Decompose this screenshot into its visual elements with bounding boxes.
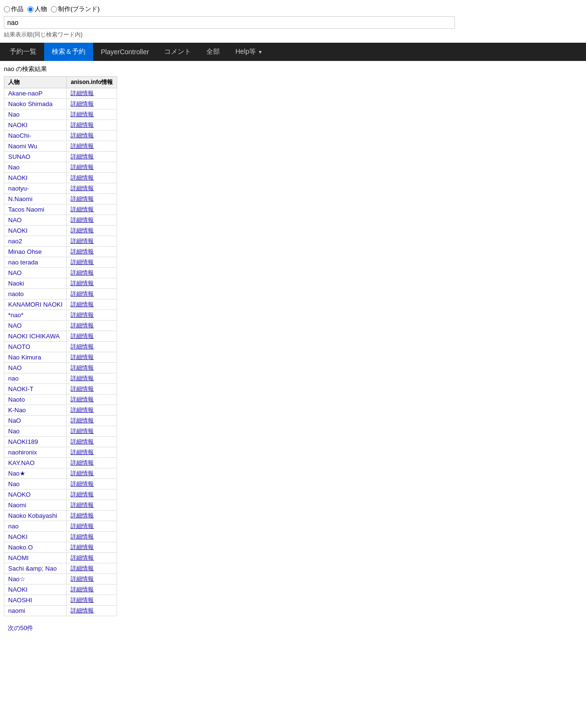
person-name-link[interactable]: naotyu- bbox=[8, 185, 29, 192]
detail-link[interactable]: 詳細情報 bbox=[71, 480, 94, 487]
search-input[interactable]: nao bbox=[4, 16, 455, 29]
person-name-link[interactable]: NAO bbox=[8, 322, 22, 329]
detail-link[interactable]: 詳細情報 bbox=[71, 195, 94, 202]
person-name-link[interactable]: NAOKI bbox=[8, 533, 27, 540]
detail-link[interactable]: 詳細情報 bbox=[71, 174, 94, 181]
nav-search-reserve[interactable]: 検索＆予約 bbox=[44, 43, 93, 61]
radio-label-person[interactable]: 人物 bbox=[27, 5, 47, 13]
person-name-link[interactable]: Akane-naoP bbox=[8, 90, 43, 97]
next-page-link[interactable]: 次の50件 bbox=[8, 624, 578, 633]
detail-link[interactable]: 詳細情報 bbox=[71, 143, 94, 149]
person-name-link[interactable]: NaO bbox=[8, 417, 21, 424]
person-name-link[interactable]: NAO bbox=[8, 364, 22, 371]
detail-link[interactable]: 詳細情報 bbox=[71, 132, 94, 139]
person-name-link[interactable]: NAOMI bbox=[8, 554, 29, 561]
detail-link[interactable]: 詳細情報 bbox=[71, 565, 94, 572]
detail-link[interactable]: 詳細情報 bbox=[71, 216, 94, 223]
detail-link[interactable]: 詳細情報 bbox=[71, 280, 94, 286]
detail-link[interactable]: 詳細情報 bbox=[71, 364, 94, 371]
detail-link[interactable]: 詳細情報 bbox=[71, 111, 94, 118]
person-name-link[interactable]: Nao bbox=[8, 428, 20, 435]
person-name-link[interactable]: Naoko.O bbox=[8, 544, 33, 551]
person-name-link[interactable]: NAO bbox=[8, 216, 22, 224]
detail-link[interactable]: 詳細情報 bbox=[71, 607, 94, 614]
nav-all[interactable]: 全部 bbox=[199, 43, 227, 61]
detail-link[interactable]: 詳細情報 bbox=[71, 301, 94, 308]
person-name-link[interactable]: Minao Ohse bbox=[8, 248, 42, 255]
detail-link[interactable]: 詳細情報 bbox=[71, 322, 94, 329]
person-name-link[interactable]: NAOKI bbox=[8, 174, 27, 181]
detail-link[interactable]: 詳細情報 bbox=[71, 459, 94, 466]
person-name-link[interactable]: Naomi Wu bbox=[8, 143, 37, 150]
detail-link[interactable]: 詳細情報 bbox=[71, 449, 94, 455]
detail-link[interactable]: 詳細情報 bbox=[71, 354, 94, 360]
detail-link[interactable]: 詳細情報 bbox=[71, 259, 94, 265]
person-name-link[interactable]: Nao bbox=[8, 164, 20, 171]
detail-link[interactable]: 詳細情報 bbox=[71, 333, 94, 339]
person-name-link[interactable]: NAOSHI bbox=[8, 597, 32, 604]
person-name-link[interactable]: NAO bbox=[8, 269, 22, 276]
person-name-link[interactable]: NaoChi- bbox=[8, 132, 31, 139]
person-name-link[interactable]: Sachi &amp; Nao bbox=[8, 565, 57, 572]
nav-reserve-list[interactable]: 予約一覧 bbox=[2, 43, 44, 61]
nav-player-controller[interactable]: PlayerController bbox=[93, 43, 156, 61]
person-name-link[interactable]: Nao Kimura bbox=[8, 354, 41, 361]
detail-link[interactable]: 詳細情報 bbox=[71, 385, 94, 392]
detail-link[interactable]: 詳細情報 bbox=[71, 523, 94, 529]
detail-link[interactable]: 詳細情報 bbox=[71, 438, 94, 445]
detail-link[interactable]: 詳細情報 bbox=[71, 100, 94, 107]
detail-link[interactable]: 詳細情報 bbox=[71, 311, 94, 318]
person-name-link[interactable]: SUNAO bbox=[8, 153, 30, 160]
person-name-link[interactable]: naomi bbox=[8, 607, 25, 614]
detail-link[interactable]: 詳細情報 bbox=[71, 227, 94, 234]
detail-link[interactable]: 詳細情報 bbox=[71, 470, 94, 477]
detail-link[interactable]: 詳細情報 bbox=[71, 90, 94, 96]
person-name-link[interactable]: Naoko Shimada bbox=[8, 100, 53, 107]
detail-link[interactable]: 詳細情報 bbox=[71, 544, 94, 550]
person-name-link[interactable]: NAOKO bbox=[8, 491, 31, 498]
detail-link[interactable]: 詳細情報 bbox=[71, 501, 94, 508]
detail-link[interactable]: 詳細情報 bbox=[71, 533, 94, 540]
detail-link[interactable]: 詳細情報 bbox=[71, 153, 94, 160]
person-name-link[interactable]: Naoto bbox=[8, 396, 25, 403]
nav-help[interactable]: Help等 ▼ bbox=[227, 43, 270, 61]
person-name-link[interactable]: Tacos Naomi bbox=[8, 206, 44, 213]
radio-brand[interactable] bbox=[51, 6, 57, 12]
detail-link[interactable]: 詳細情報 bbox=[71, 597, 94, 603]
person-name-link[interactable]: Naoko Kobayashi bbox=[8, 512, 57, 519]
detail-link[interactable]: 詳細情報 bbox=[71, 343, 94, 350]
person-name-link[interactable]: NAOKI ICHIKAWA bbox=[8, 333, 60, 340]
person-name-link[interactable]: NAOTO bbox=[8, 343, 30, 350]
person-name-link[interactable]: Nao bbox=[8, 111, 20, 118]
person-name-link[interactable]: Nao bbox=[8, 480, 20, 488]
nav-comment[interactable]: コメント bbox=[156, 43, 199, 61]
detail-link[interactable]: 詳細情報 bbox=[71, 428, 94, 434]
detail-link[interactable]: 詳細情報 bbox=[71, 575, 94, 582]
person-name-link[interactable]: K-Nao bbox=[8, 406, 26, 414]
detail-link[interactable]: 詳細情報 bbox=[71, 554, 94, 561]
person-name-link[interactable]: Naoki bbox=[8, 280, 24, 287]
detail-link[interactable]: 詳細情報 bbox=[71, 121, 94, 128]
person-name-link[interactable]: NAOKI189 bbox=[8, 438, 38, 445]
person-name-link[interactable]: NAOKI bbox=[8, 227, 27, 234]
detail-link[interactable]: 詳細情報 bbox=[71, 238, 94, 244]
detail-link[interactable]: 詳細情報 bbox=[71, 512, 94, 519]
person-name-link[interactable]: KAY.NAO bbox=[8, 459, 35, 466]
person-name-link[interactable]: nao bbox=[8, 523, 19, 530]
person-name-link[interactable]: nao terada bbox=[8, 259, 38, 266]
person-name-link[interactable]: NAOKI bbox=[8, 586, 27, 593]
person-name-link[interactable]: Nao☆ bbox=[8, 575, 25, 583]
radio-person[interactable] bbox=[27, 6, 34, 12]
detail-link[interactable]: 詳細情報 bbox=[71, 185, 94, 191]
detail-link[interactable]: 詳細情報 bbox=[71, 396, 94, 403]
person-name-link[interactable]: naohironix bbox=[8, 449, 37, 456]
detail-link[interactable]: 詳細情報 bbox=[71, 491, 94, 498]
detail-link[interactable]: 詳細情報 bbox=[71, 269, 94, 276]
detail-link[interactable]: 詳細情報 bbox=[71, 406, 94, 413]
detail-link[interactable]: 詳細情報 bbox=[71, 290, 94, 297]
radio-work[interactable] bbox=[4, 6, 10, 12]
person-name-link[interactable]: NAOKI-T bbox=[8, 385, 34, 393]
person-name-link[interactable]: N.Naomi bbox=[8, 195, 33, 203]
radio-label-brand[interactable]: 制作(ブランド) bbox=[51, 5, 100, 13]
radio-label-work[interactable]: 作品 bbox=[4, 5, 24, 13]
